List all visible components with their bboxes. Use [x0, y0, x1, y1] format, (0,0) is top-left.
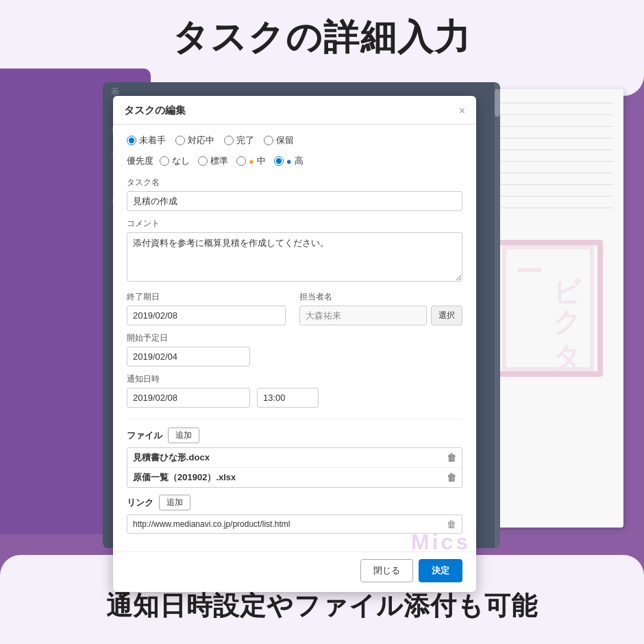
priority-row: 優先度 なし 標準 ● 中 ● 高 [127, 155, 462, 167]
status-option-pending[interactable]: 未着手 [127, 134, 166, 147]
page-title: タスクの詳細入力 [0, 14, 644, 62]
dialog-body: 未着手 対応中 完了 保留 優先度 [113, 125, 476, 552]
file-section: ファイル 追加 見積書ひな形.docx 🗑 原価一覧（201902）.xlsx … [127, 419, 462, 488]
priority-label-none: なし [172, 155, 190, 167]
link-url-1: http://www.medianavi.co.jp/product/list.… [133, 519, 290, 529]
notif-group: 通知日時 [127, 373, 462, 408]
status-option-inprogress[interactable]: 対応中 [175, 134, 214, 147]
notif-time-input[interactable] [257, 388, 319, 408]
start-date-group: 開始予定日 [127, 332, 462, 367]
file-delete-2[interactable]: 🗑 [447, 472, 456, 483]
priority-radio-none[interactable] [160, 156, 169, 166]
file-item-1: 見積書ひな形.docx 🗑 [127, 448, 462, 468]
assignee-group: 担当者名 選択 [299, 291, 462, 325]
assignee-input[interactable] [299, 306, 427, 325]
priority-option-normal[interactable]: 標準 [198, 155, 228, 167]
status-radio-inprogress[interactable] [175, 136, 185, 145]
link-section-header: リンク 追加 [127, 495, 462, 510]
assignee-input-row: 選択 [299, 306, 462, 325]
status-label-inprogress: 対応中 [188, 134, 214, 147]
comment-label: コメント [127, 218, 462, 230]
file-name-2: 原価一覧（201902）.xlsx [133, 471, 236, 484]
status-radio-done[interactable] [224, 136, 234, 145]
due-date-label: 終了期日 [127, 291, 286, 303]
task-name-group: タスク名 [127, 177, 462, 211]
status-row: 未着手 対応中 完了 保留 [127, 134, 462, 147]
priority-radio-medium[interactable] [236, 156, 246, 166]
priority-dot-high: ● [286, 156, 292, 166]
start-date-input[interactable] [127, 347, 250, 367]
status-label-hold: 保留 [276, 134, 294, 147]
notif-label: 通知日時 [127, 373, 462, 385]
priority-option-none[interactable]: なし [160, 155, 190, 167]
close-button[interactable]: 閉じる [360, 559, 413, 582]
link-section: リンク 追加 http://www.medianavi.co.jp/produc… [127, 495, 462, 534]
assignee-select-button[interactable]: 選択 [431, 306, 462, 325]
comment-group: コメント 添付資料を参考に概算見積を作成してください。 [127, 218, 462, 284]
priority-option-high[interactable]: ● 高 [274, 155, 304, 167]
priority-radio-high[interactable] [274, 156, 284, 166]
start-date-label: 開始予定日 [127, 332, 462, 344]
priority-radio-group: なし 標準 ● 中 ● 高 [160, 155, 304, 167]
status-option-done[interactable]: 完了 [224, 134, 254, 147]
file-list: 見積書ひな形.docx 🗑 原価一覧（201902）.xlsx 🗑 [127, 447, 462, 488]
link-section-label: リンク [127, 497, 153, 509]
priority-option-medium[interactable]: ● 中 [236, 155, 266, 167]
status-radio-hold[interactable] [264, 136, 273, 145]
stamp-decoration: ビクター [493, 240, 603, 377]
notif-row [127, 388, 462, 408]
task-name-input[interactable] [127, 191, 462, 211]
priority-radio-normal[interactable] [198, 156, 208, 166]
priority-label-medium: 中 [257, 155, 266, 167]
priority-label-high: 高 [295, 155, 304, 167]
status-label-pending: 未着手 [139, 134, 166, 147]
file-name-1: 見積書ひな形.docx [133, 451, 210, 464]
page-bottom-title: 通知日時設定やファイル添付も可能 [0, 589, 644, 623]
mics-text: Mics [411, 530, 471, 555]
link-delete-1[interactable]: 🗑 [447, 519, 456, 530]
due-date-input[interactable] [127, 306, 286, 325]
file-section-header: ファイル 追加 [127, 428, 462, 443]
priority-label: 優先度 [127, 155, 154, 167]
due-assignee-row: 終了期日 担当者名 選択 [127, 291, 462, 325]
task-edit-dialog: タスクの編集 × 未着手 対応中 完了 保 [113, 96, 476, 592]
status-label-done: 完了 [236, 134, 254, 147]
file-delete-1[interactable]: 🗑 [447, 452, 456, 463]
priority-label-normal: 標準 [210, 155, 228, 167]
comment-textarea[interactable]: 添付資料を参考に概算見積を作成してください。 [127, 232, 462, 282]
status-radio-pending[interactable] [127, 136, 136, 145]
due-date-group: 終了期日 [127, 291, 286, 325]
task-name-label: タスク名 [127, 177, 462, 188]
file-section-label: ファイル [127, 430, 162, 442]
status-radio-group: 未着手 対応中 完了 保留 [127, 134, 294, 147]
dialog-footer: 閉じる 決定 [113, 552, 476, 592]
status-option-hold[interactable]: 保留 [264, 134, 294, 147]
ok-button[interactable]: 決定 [419, 559, 462, 582]
dialog-title: タスクの編集 [124, 104, 186, 117]
notif-date-input[interactable] [127, 388, 250, 408]
file-add-button[interactable]: 追加 [168, 428, 199, 443]
assignee-label: 担当者名 [299, 291, 462, 303]
link-add-button[interactable]: 追加 [159, 495, 190, 510]
file-item-2: 原価一覧（201902）.xlsx 🗑 [127, 468, 462, 487]
dialog-header: タスクの編集 × [113, 96, 476, 125]
priority-dot-medium: ● [249, 156, 254, 166]
close-icon[interactable]: × [459, 106, 465, 116]
